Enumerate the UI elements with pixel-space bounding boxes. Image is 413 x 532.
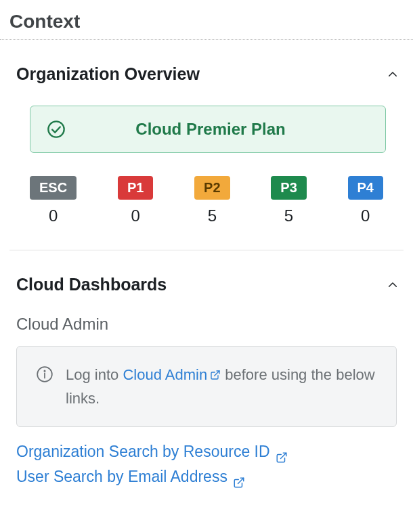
- info-text: Log into Cloud Admin before using the be…: [66, 363, 377, 410]
- user-search-link[interactable]: User Search by Email Address: [16, 464, 397, 489]
- dashboards-header[interactable]: Cloud Dashboards: [0, 250, 413, 294]
- priority-badge: P2: [194, 176, 230, 200]
- org-overview-header[interactable]: Organization Overview: [0, 40, 413, 84]
- priority-p1[interactable]: P1 0: [118, 176, 153, 225]
- external-link-icon: [210, 363, 221, 374]
- priority-count: 5: [284, 206, 293, 225]
- dashboard-links: Organization Search by Resource ID User …: [16, 439, 397, 489]
- priority-p3[interactable]: P3 5: [271, 176, 306, 225]
- org-search-link[interactable]: Organization Search by Resource ID: [16, 439, 397, 464]
- plan-banner: Cloud Premier Plan: [30, 106, 386, 153]
- svg-line-4: [215, 371, 219, 376]
- org-overview-title: Organization Overview: [16, 64, 200, 84]
- priority-esc[interactable]: ESC 0: [30, 176, 77, 225]
- plan-label: Cloud Premier Plan: [66, 120, 369, 139]
- priority-count: 0: [49, 206, 58, 225]
- dashboards-title: Cloud Dashboards: [16, 275, 167, 294]
- chevron-up-icon: [386, 278, 399, 292]
- priority-badge: ESC: [30, 176, 77, 200]
- priority-count: 0: [361, 206, 370, 225]
- external-link-icon: [276, 446, 288, 458]
- external-link-icon: [233, 471, 245, 483]
- priority-count: 5: [208, 206, 217, 225]
- svg-point-3: [44, 370, 45, 371]
- priority-p2[interactable]: P2 5: [194, 176, 230, 225]
- check-circle-icon: [47, 120, 66, 139]
- info-icon: [36, 365, 53, 383]
- chevron-up-icon: [386, 68, 399, 81]
- svg-line-6: [238, 478, 243, 483]
- priority-badge: P4: [348, 176, 383, 200]
- priority-badge: P3: [271, 176, 306, 200]
- priority-row: ESC 0 P1 0 P2 5 P3 5 P4 0: [30, 176, 383, 225]
- priority-p4[interactable]: P4 0: [348, 176, 383, 225]
- svg-point-0: [48, 121, 64, 137]
- cloud-admin-link[interactable]: Cloud Admin: [123, 366, 221, 383]
- svg-line-5: [280, 453, 286, 458]
- info-callout: Log into Cloud Admin before using the be…: [16, 346, 397, 427]
- context-heading: Context: [0, 0, 413, 40]
- cloud-admin-subtitle: Cloud Admin: [16, 315, 413, 334]
- priority-count: 0: [131, 206, 139, 225]
- priority-badge: P1: [118, 176, 153, 200]
- info-prefix: Log into: [66, 366, 123, 383]
